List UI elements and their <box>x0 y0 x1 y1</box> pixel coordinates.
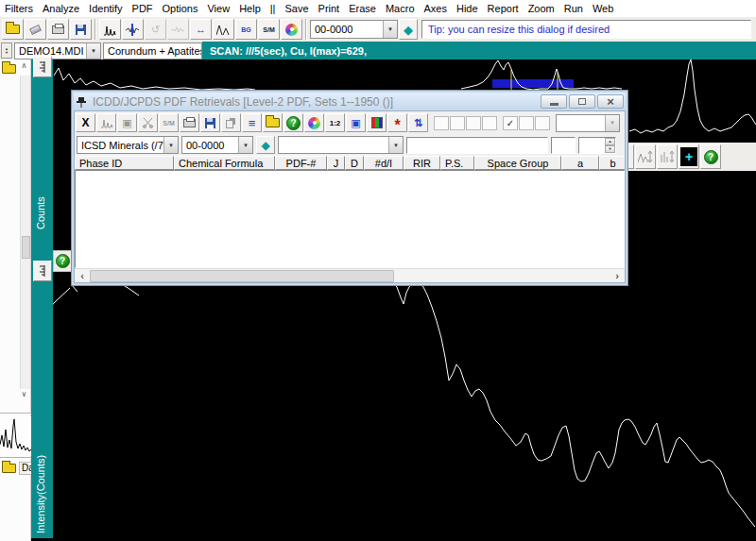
menu-report[interactable]: Report <box>483 3 524 14</box>
restore-button[interactable] <box>569 94 595 109</box>
menu-erase[interactable]: Erase <box>344 3 381 14</box>
spin-up-icon[interactable]: ▲ <box>605 138 615 145</box>
peaks-button[interactable] <box>99 19 121 40</box>
copy-button[interactable] <box>221 113 241 132</box>
file-spinner[interactable]: ▲ ▼ <box>1 42 12 59</box>
smooth-button[interactable] <box>122 19 144 40</box>
results-list[interactable] <box>75 170 625 268</box>
filter-checkbox-2[interactable] <box>450 116 465 130</box>
menu-web[interactable]: Web <box>588 3 618 14</box>
scroll-right-button[interactable]: › <box>610 269 625 283</box>
profile-fit-button[interactable] <box>213 19 234 40</box>
column-chemical-formula[interactable]: Chemical Formula <box>174 156 275 170</box>
sm-button[interactable]: S/M <box>159 113 179 132</box>
close-dialog-button[interactable]: X <box>76 113 95 132</box>
highlight-button[interactable]: * <box>387 113 407 132</box>
sample-id-field[interactable]: Corundum + Apatites <box>103 42 202 59</box>
filter-checkbox-4[interactable] <box>482 116 497 130</box>
sort-updown-button[interactable]: ⇅ <box>408 113 428 132</box>
filter-checkbox-1[interactable] <box>434 116 449 130</box>
open-button[interactable] <box>263 113 283 132</box>
raw-wave-button[interactable] <box>167 19 189 40</box>
menu-filters[interactable]: Filters <box>0 3 38 14</box>
file-combo[interactable]: DEMO14.MDI ▼ <box>14 42 101 59</box>
scrollbar-thumb[interactable] <box>90 270 394 282</box>
dropdown-arrow-icon[interactable]: ▼ <box>605 115 619 131</box>
spin-down-icon[interactable]: ▼ <box>5 51 9 55</box>
axis-scale-button[interactable] <box>33 261 52 281</box>
save-button[interactable] <box>200 113 220 132</box>
query-field[interactable] <box>406 137 548 154</box>
dropdown-arrow-icon[interactable]: ▼ <box>238 137 252 153</box>
dropdown-arrow-icon[interactable]: ▼ <box>388 137 403 153</box>
database-combo[interactable]: ICSD Minerals (/7076 @) ▼ <box>77 136 179 154</box>
column-pdf-number[interactable]: PDF-# <box>275 156 327 170</box>
small-field[interactable] <box>551 137 576 154</box>
undo-process-button[interactable]: ↺ <box>145 19 166 40</box>
filter-checkbox-6[interactable] <box>519 116 534 130</box>
menu-zoom[interactable]: Zoom <box>524 3 559 14</box>
pdf-number-combo[interactable]: 00-0000 ▼ <box>310 20 398 39</box>
retrieve-button[interactable]: ◆ <box>256 136 275 154</box>
color-bars-button[interactable] <box>367 113 387 132</box>
menu-print[interactable]: Print <box>314 3 345 14</box>
ratio-button[interactable]: 1:2 <box>325 113 345 132</box>
cut-button[interactable] <box>138 113 158 132</box>
dialog-titlebar[interactable]: ICDD/JCPDS PDF Retrievals [Level-2 PDF, … <box>74 93 626 110</box>
report-list-button[interactable]: ≡ <box>242 113 262 132</box>
axis-scale-button[interactable] <box>33 57 52 77</box>
pdf-number-combo[interactable]: 00-0000 ▼ <box>181 136 253 154</box>
dropdown-arrow-icon[interactable]: ▼ <box>383 21 397 38</box>
erase-button[interactable] <box>25 19 46 40</box>
filter-checkbox-3[interactable] <box>466 116 481 130</box>
menu-options[interactable]: Options <box>158 3 203 14</box>
menu-pdf[interactable]: PDF <box>128 3 158 14</box>
field-spinner[interactable]: ▲ ▼ <box>605 138 615 153</box>
filter-checkbox-7[interactable] <box>535 116 550 130</box>
help-button[interactable]: ? <box>284 113 303 132</box>
structure-button[interactable]: ▣ <box>346 113 366 132</box>
minimize-button[interactable] <box>541 94 567 109</box>
column-dl[interactable]: #d/I <box>364 156 404 170</box>
expand-range-button[interactable]: ↔ <box>190 19 212 40</box>
save-button[interactable] <box>70 19 92 40</box>
peak-scale-button[interactable] <box>635 144 656 169</box>
column-j[interactable]: J <box>327 156 345 170</box>
peaks-button[interactable] <box>96 113 116 132</box>
help-button[interactable]: ? <box>53 250 72 272</box>
column-space-group[interactable]: Space Group <box>474 156 561 170</box>
horizontal-scrollbar[interactable]: ‹ › <box>75 268 625 282</box>
close-button[interactable]: × <box>597 94 624 109</box>
crosshair-button[interactable]: + <box>679 144 699 169</box>
scroll-down-button[interactable]: ∨ <box>19 390 29 402</box>
dropdown-arrow-icon[interactable]: ▼ <box>86 43 100 59</box>
frame-button[interactable]: ▣ <box>117 113 137 132</box>
scroll-left-button[interactable]: ‹ <box>75 269 90 283</box>
print-button[interactable] <box>47 19 69 40</box>
column-rir[interactable]: RIR <box>404 156 440 170</box>
count-field[interactable]: ▲ ▼ <box>578 137 616 154</box>
background-button[interactable]: BG <box>235 19 257 40</box>
scrollbar-thumb[interactable] <box>22 236 30 259</box>
column-b[interactable]: b <box>599 156 626 170</box>
vertical-scrollbar[interactable] <box>20 76 30 389</box>
spin-down-icon[interactable]: ▼ <box>605 145 615 153</box>
folder-icon[interactable] <box>2 464 16 473</box>
menu-analyze[interactable]: Analyze <box>38 3 84 14</box>
column-phase-id[interactable]: Phase ID <box>75 156 174 170</box>
folder-icon[interactable] <box>2 64 16 74</box>
menu-axes[interactable]: Axes <box>420 3 452 14</box>
menu-view[interactable]: View <box>202 3 234 14</box>
help-button[interactable]: ? <box>700 144 721 169</box>
dropdown-arrow-icon[interactable]: ▼ <box>163 137 178 153</box>
pdf-disc-button[interactable] <box>304 113 324 132</box>
menu-run[interactable]: Run <box>559 3 588 14</box>
thumbnail-trace[interactable] <box>0 416 31 456</box>
column-d[interactable]: D <box>345 156 364 170</box>
pdf-disc-button[interactable] <box>281 19 302 40</box>
sm-filter-button[interactable]: S/M <box>258 19 280 40</box>
retrieve-pdf-button[interactable]: ◆ <box>399 19 418 40</box>
menu-hide[interactable]: Hide <box>452 3 483 14</box>
open-file-button[interactable] <box>2 19 24 40</box>
bars-scale-button[interactable] <box>657 144 678 169</box>
